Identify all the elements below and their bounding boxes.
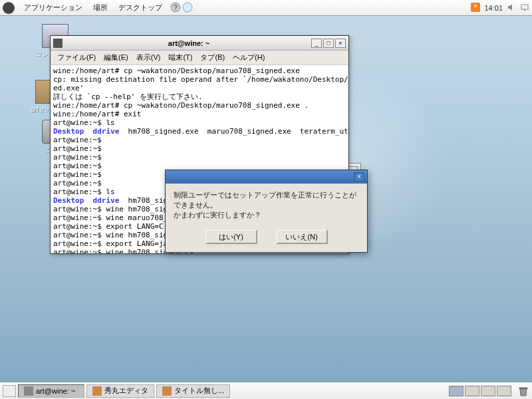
browser-icon[interactable] (182, 2, 193, 14)
confirm-dialog: × 制限ユーザーではセットアップ作業を正常に行うことができません。 かまわずに実… (165, 170, 368, 253)
menu-tabs[interactable]: タブ(B) (196, 51, 229, 64)
menu-edit[interactable]: 編集(E) (100, 51, 132, 64)
svg-rect-5 (524, 9, 525, 11)
workspace-2[interactable] (465, 386, 479, 396)
terminal-icon (24, 386, 33, 396)
update-icon[interactable] (471, 3, 480, 13)
terminal-icon (53, 39, 63, 48)
svg-rect-4 (521, 5, 528, 9)
trash-icon[interactable] (517, 385, 529, 397)
workspace-4[interactable] (497, 386, 511, 396)
maximize-button[interactable]: □ (323, 39, 334, 48)
help-icon[interactable]: ? (170, 2, 181, 14)
system-tray: 14:01 (471, 3, 529, 13)
network-icon[interactable] (520, 3, 529, 13)
close-button[interactable]: × (335, 39, 346, 48)
close-icon[interactable]: × (354, 172, 364, 182)
bottom-panel: art@wine: ~ 秀丸エディタ タイトル無し... (0, 382, 532, 399)
task-label: 秀丸エディタ (104, 386, 148, 396)
minimize-button[interactable]: _ (311, 39, 322, 48)
svg-point-2 (183, 3, 192, 12)
workspace-1[interactable] (449, 386, 464, 396)
hidemaru-icon (92, 386, 102, 396)
menu-help[interactable]: ヘルプ(H) (229, 51, 269, 64)
yes-button[interactable]: はい(Y) (205, 229, 257, 244)
volume-icon[interactable] (507, 3, 516, 13)
dialog-titlebar[interactable]: × (166, 170, 367, 184)
show-desktop-button[interactable] (3, 385, 16, 397)
menu-desktop[interactable]: デスクトップ (113, 1, 168, 14)
menu-applications[interactable]: アプリケーション (19, 1, 88, 14)
menu-file[interactable]: ファイル(F) (53, 51, 100, 64)
task-label: art@wine: ~ (36, 387, 75, 395)
task-terminal[interactable]: art@wine: ~ (18, 384, 84, 398)
clock[interactable]: 14:01 (484, 4, 503, 12)
task-untitled[interactable]: タイトル無し... (156, 384, 230, 398)
hidemaru-icon (162, 386, 172, 396)
top-panel: アプリケーション 場所 デスクトップ ? 14:01 (0, 0, 532, 16)
terminal-title: art@wine: ~ (66, 39, 311, 47)
gnome-foot-icon[interactable] (3, 2, 15, 14)
workspace-3[interactable] (481, 386, 495, 396)
terminal-titlebar[interactable]: art@wine: ~ _ □ × (51, 36, 348, 51)
task-label: タイトル無し... (174, 386, 224, 396)
svg-text:?: ? (174, 4, 178, 11)
no-button[interactable]: いいえ(N) (276, 229, 328, 244)
menu-terminal[interactable]: 端末(T) (164, 51, 196, 64)
task-hidemaru[interactable]: 秀丸エディタ (86, 384, 154, 398)
terminal-menubar: ファイル(F) 編集(E) 表示(V) 端末(T) タブ(B) ヘルプ(H) (51, 51, 348, 65)
workspace-switcher[interactable] (449, 386, 511, 396)
menu-view[interactable]: 表示(V) (132, 51, 165, 64)
menu-places[interactable]: 場所 (88, 1, 113, 14)
dialog-message: 制限ユーザーではセットアップ作業を正常に行うことができません。 かまわずに実行し… (174, 190, 359, 220)
